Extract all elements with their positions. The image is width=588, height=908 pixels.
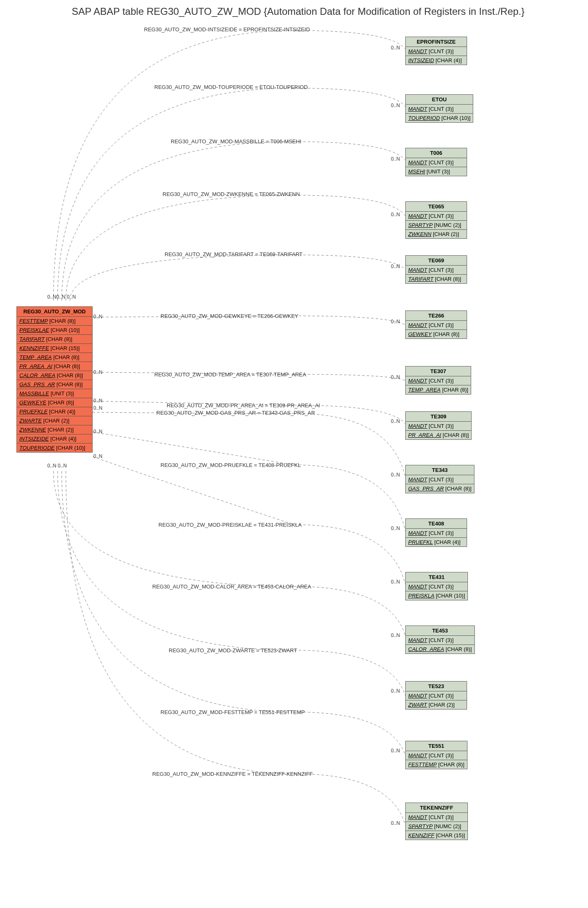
entity-target-header: TEKENNZIFF (406, 803, 467, 813)
entity-target: TE307MANDT [CLNT (3)]TEMP_AREA [CHAR (8)… (405, 366, 471, 394)
source-field: FESTTEMP [CHAR (8)] (17, 317, 92, 326)
entity-target: TE266MANDT [CLNT (3)]GEWKEY [CHAR (8)] (405, 310, 467, 339)
cardinality-right: 0..N (391, 820, 400, 826)
source-field: PRUEFKLE [CHAR (4)] (17, 407, 92, 416)
cardinality-left: 0..N (93, 369, 102, 375)
entity-target: TE309MANDT [CLNT (3)]PR_AREA_AI [CHAR (8… (405, 411, 472, 440)
target-field: SPARTYP [NUMC (2)] (406, 221, 467, 230)
target-field: MANDT [CLNT (3)] (406, 47, 467, 56)
page-title: SAP ABAP table REG30_AUTO_ZW_MOD {Automa… (4, 6, 588, 17)
entity-target: TE065MANDT [CLNT (3)]SPARTYP [NUMC (2)]Z… (405, 201, 467, 239)
source-field: ZWKENNE [CHAR (2)] (17, 425, 92, 434)
diagram-canvas: REG30_AUTO_ZW_MOD FESTTEMP [CHAR (8)]PRE… (4, 18, 584, 899)
cardinality-right: 0..N (391, 472, 400, 478)
source-field: GAS_PRS_AR [CHAR (8)] (17, 380, 92, 389)
target-field: PR_AREA_AI [CHAR (8)] (406, 431, 471, 439)
target-field: CALOR_AREA [CHAR (8)] (406, 645, 474, 654)
entity-target-header: TE523 (406, 682, 467, 691)
relation-label: REG30_AUTO_ZW_MOD-TARIFART = TE069-TARIF… (165, 251, 302, 257)
target-field: MANDT [CLNT (3)] (406, 636, 474, 645)
entity-target-header: TE069 (406, 256, 467, 266)
cardinality-right: 0..N (391, 688, 400, 694)
entity-target: TE431MANDT [CLNT (3)]PREISKLA [CHAR (10)… (405, 572, 468, 600)
target-field: ZWART [CHAR (2)] (406, 700, 467, 709)
target-field: MANDT [CLNT (3)] (406, 422, 471, 431)
target-field: MANDT [CLNT (3)] (406, 212, 467, 221)
cardinality-right: 0..N (391, 525, 400, 531)
source-field: PR_AREA_AI [CHAR (8)] (17, 362, 92, 371)
source-field: MASSBILLE [UNIT (3)] (17, 389, 92, 398)
entity-target-header: T006 (406, 148, 467, 158)
source-field: CALOR_AREA [CHAR (8)] (17, 371, 92, 380)
cardinality-right: 0..N (391, 319, 400, 324)
cardinality-right: 0..N (391, 264, 400, 269)
relation-label: REG30_AUTO_ZW_MOD-KENNZIFFE = TEKENNZIFF… (152, 771, 313, 777)
target-field: KENNZIFF [CHAR (15)] (406, 831, 467, 840)
cardinality-left: 0..N (93, 429, 102, 434)
cardinality-right: 0..N (391, 748, 400, 754)
target-field: MANDT [CLNT (3)] (406, 751, 467, 760)
cardinality-cluster-bottom: 0..N 0..N (47, 463, 67, 469)
entity-target-header: TE453 (406, 626, 474, 636)
cardinality-right: 0..N (391, 579, 400, 585)
target-field: MANDT [CLNT (3)] (406, 158, 467, 167)
target-field: MANDT [CLNT (3)] (406, 321, 467, 330)
target-field: PREISKLA [CHAR (10)] (406, 591, 467, 600)
cardinality-left: 0..N (93, 453, 102, 459)
connectors-svg (4, 18, 584, 899)
target-field: MANDT [CLNT (3)] (406, 376, 471, 385)
entity-target: TEKENNZIFFMANDT [CLNT (3)]SPARTYP [NUMC … (405, 803, 468, 840)
entity-target-header: TE343 (406, 465, 474, 475)
entity-target: TE343MANDT [CLNT (3)]GAS_PRS_AR [CHAR (8… (405, 465, 474, 493)
entity-target-header: ETOU (406, 95, 473, 105)
target-field: MANDT [CLNT (3)] (406, 813, 467, 822)
cardinality-cluster-top: 0..N0..N 0..N (47, 294, 76, 300)
cardinality-left: 0..N (93, 314, 102, 320)
entity-target-header: TE266 (406, 311, 467, 321)
relation-label: REG30_AUTO_ZW_MOD-CALOR_AREA = TE453-CAL… (152, 584, 311, 590)
cardinality-left: 0..N (93, 405, 102, 411)
entity-target: TE453MANDT [CLNT (3)]CALOR_AREA [CHAR (8… (405, 626, 475, 654)
source-field: TEMP_AREA [CHAR (8)] (17, 353, 92, 362)
source-field: PREISKLAE [CHAR (10)] (17, 326, 92, 335)
entity-target-header: TE065 (406, 202, 467, 212)
cardinality-right: 0..N (391, 45, 400, 51)
target-field: SPARTYP [NUMC (2)] (406, 822, 467, 831)
relation-label: REG30_AUTO_ZW_MOD-ZWKENNE = TE065-ZWKENN (163, 191, 300, 197)
entity-target: TE069MANDT [CLNT (3)]TARIFART [CHAR (8)] (405, 255, 467, 284)
relation-label: REG30_AUTO_ZW_MOD-GEWKEYE = TE266-GEWKEY (160, 313, 298, 319)
entity-target-header: TE309 (406, 412, 471, 422)
target-field: TEMP_AREA [CHAR (8)] (406, 385, 471, 394)
source-field: INTSIZEIDE [CHAR (4)] (17, 434, 92, 443)
relation-label: REG30_AUTO_ZW_MOD-GAS_PRS_AR = TE343-GAS… (156, 410, 315, 416)
cardinality-left: 0..N (93, 398, 102, 404)
target-field: FESTTEMP [CHAR (8)] (406, 760, 467, 769)
target-field: TOUPERIOD [CHAR (10)] (406, 114, 473, 122)
relation-label: REG30_AUTO_ZW_MOD-PR_AREA_AI = TE309-PR_… (167, 402, 320, 408)
source-field: KENNZIFFE [CHAR (15)] (17, 344, 92, 353)
entity-source-header: REG30_AUTO_ZW_MOD (17, 307, 92, 317)
target-field: GEWKEY [CHAR (8)] (406, 330, 467, 338)
target-field: MSEHI [UNIT (3)] (406, 167, 467, 176)
entity-target-header: EPROFINTSIZE (406, 37, 467, 47)
relation-label: REG30_AUTO_ZW_MOD-PREISKLAE = TE431-PREI… (158, 522, 302, 528)
source-field: TARIFART [CHAR (8)] (17, 335, 92, 344)
cardinality-right: 0..N (391, 374, 400, 380)
entity-target-header: TE431 (406, 572, 467, 582)
target-field: MANDT [CLNT (3)] (406, 691, 467, 700)
source-field: TOUPERIODE [CHAR (10)] (17, 443, 92, 452)
cardinality-right: 0..N (391, 103, 400, 108)
target-field: PRUEFKL [CHAR (4)] (406, 538, 467, 546)
cardinality-right: 0..N (391, 212, 400, 217)
entity-target: TE408MANDT [CLNT (3)]PRUEFKL [CHAR (4)] (405, 518, 467, 547)
cardinality-right: 0..N (391, 633, 400, 638)
relation-label: REG30_AUTO_ZW_MOD-ZWARTE = TE523-ZWART (169, 647, 297, 654)
target-field: GAS_PRS_AR [CHAR (8)] (406, 484, 474, 493)
target-field: INTSIZEID [CHAR (4)] (406, 56, 467, 65)
cardinality-right: 0..N (391, 156, 400, 162)
target-field: ZWKENN [CHAR (2)] (406, 230, 467, 238)
entity-target: T006MANDT [CLNT (3)]MSEHI [UNIT (3)] (405, 148, 467, 176)
relation-label: REG30_AUTO_ZW_MOD-INTSIZEIDE = EPROFINTS… (144, 26, 310, 33)
target-field: MANDT [CLNT (3)] (406, 475, 474, 484)
target-field: MANDT [CLNT (3)] (406, 105, 473, 114)
